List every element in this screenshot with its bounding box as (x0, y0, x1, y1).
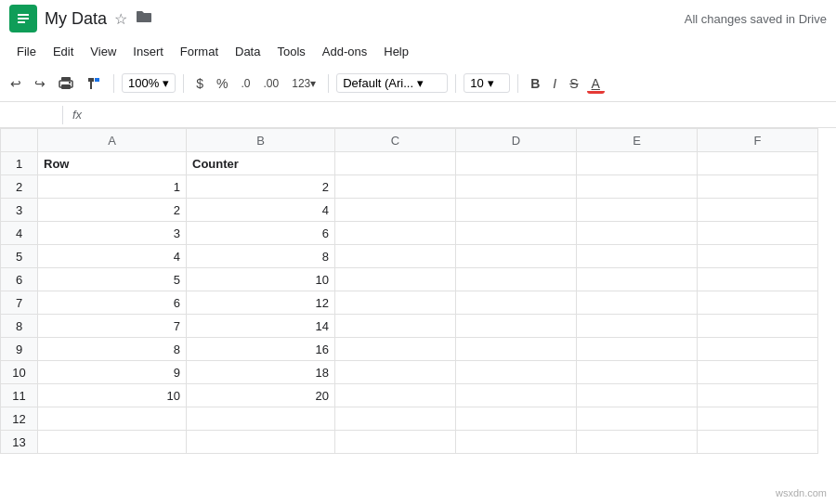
cell-f5[interactable] (698, 245, 818, 268)
cell-b1[interactable]: Counter (187, 152, 335, 175)
menu-insert[interactable]: Insert (125, 41, 171, 62)
cell-b6[interactable]: 10 (187, 268, 335, 291)
cell-e12[interactable] (577, 407, 698, 431)
decimal-decrease-button[interactable]: .0 (237, 73, 255, 94)
cell-e11[interactable] (577, 384, 698, 407)
currency-button[interactable]: $ (191, 72, 208, 95)
cell-b10[interactable]: 18 (187, 361, 335, 384)
cell-a10[interactable]: 9 (38, 361, 187, 384)
cell-f11[interactable] (698, 384, 818, 407)
folder-icon[interactable] (135, 9, 153, 28)
redo-button[interactable]: ↪ (30, 72, 50, 95)
more-formats-button[interactable]: 123▾ (287, 73, 320, 94)
underline-color-button[interactable]: A (587, 72, 605, 94)
cell-c5[interactable] (335, 245, 456, 268)
cell-d9[interactable] (456, 338, 577, 361)
star-icon[interactable]: ☆ (114, 10, 127, 28)
cell-c9[interactable] (335, 338, 456, 361)
cell-a6[interactable]: 5 (38, 268, 187, 291)
cell-d11[interactable] (456, 384, 577, 407)
cell-e5[interactable] (577, 245, 698, 268)
menu-format[interactable]: Format (173, 41, 226, 62)
cell-e13[interactable] (577, 431, 698, 454)
font-size-selector[interactable]: 10 ▾ (464, 73, 510, 93)
cell-b7[interactable]: 12 (187, 291, 335, 315)
cell-c2[interactable] (335, 175, 456, 199)
cell-b9[interactable]: 16 (187, 338, 335, 361)
cell-a7[interactable]: 6 (38, 291, 187, 315)
font-family-selector[interactable]: Default (Ari... ▾ (336, 73, 448, 93)
col-header-e[interactable]: E (577, 129, 698, 152)
menu-edit[interactable]: Edit (46, 41, 81, 62)
cell-b11[interactable]: 20 (187, 384, 335, 407)
cell-b4[interactable]: 6 (187, 222, 335, 245)
zoom-selector[interactable]: 100% ▾ (122, 73, 176, 93)
cell-c7[interactable] (335, 291, 456, 315)
cell-f9[interactable] (698, 338, 818, 361)
cell-f7[interactable] (698, 291, 818, 315)
cell-e6[interactable] (577, 268, 698, 291)
italic-button[interactable]: I (548, 72, 561, 95)
cell-c13[interactable] (335, 431, 456, 454)
col-header-a[interactable]: A (38, 129, 187, 152)
cell-d1[interactable] (456, 152, 577, 175)
cell-f10[interactable] (698, 361, 818, 384)
cell-c6[interactable] (335, 268, 456, 291)
cell-d13[interactable] (456, 431, 577, 454)
cell-d2[interactable] (456, 175, 577, 199)
cell-f13[interactable] (698, 431, 818, 454)
percent-button[interactable]: % (212, 72, 232, 95)
cell-d3[interactable] (456, 199, 577, 222)
cell-c3[interactable] (335, 199, 456, 222)
cell-c10[interactable] (335, 361, 456, 384)
cell-e1[interactable] (577, 152, 698, 175)
menu-data[interactable]: Data (228, 41, 268, 62)
cell-f12[interactable] (698, 407, 818, 431)
cell-e9[interactable] (577, 338, 698, 361)
cell-d5[interactable] (456, 245, 577, 268)
col-header-c[interactable]: C (335, 129, 456, 152)
cell-b2[interactable]: 2 (187, 175, 335, 199)
cell-f3[interactable] (698, 199, 818, 222)
decimal-increase-button[interactable]: .00 (259, 73, 284, 94)
cell-d12[interactable] (456, 407, 577, 431)
cell-e4[interactable] (577, 222, 698, 245)
cell-b12[interactable] (187, 407, 335, 431)
cell-d6[interactable] (456, 268, 577, 291)
cell-d8[interactable] (456, 315, 577, 338)
paint-format-button[interactable] (82, 72, 106, 95)
cell-a2[interactable]: 1 (38, 175, 187, 199)
menu-addons[interactable]: Add-ons (315, 41, 374, 62)
menu-file[interactable]: File (9, 41, 44, 62)
cell-f2[interactable] (698, 175, 818, 199)
print-button[interactable] (54, 72, 78, 95)
spreadsheet-container[interactable]: A B C D E F 1RowCounter21232443654865107… (0, 128, 836, 454)
cell-c12[interactable] (335, 407, 456, 431)
cell-e2[interactable] (577, 175, 698, 199)
cell-b13[interactable] (187, 431, 335, 454)
cell-d4[interactable] (456, 222, 577, 245)
menu-view[interactable]: View (83, 41, 124, 62)
cell-e10[interactable] (577, 361, 698, 384)
cell-b3[interactable]: 4 (187, 199, 335, 222)
cell-e7[interactable] (577, 291, 698, 315)
cell-d10[interactable] (456, 361, 577, 384)
cell-a12[interactable] (38, 407, 187, 431)
cell-b8[interactable]: 14 (187, 315, 335, 338)
cell-a8[interactable]: 7 (38, 315, 187, 338)
col-header-d[interactable]: D (456, 129, 577, 152)
cell-f4[interactable] (698, 222, 818, 245)
col-header-b[interactable]: B (187, 129, 335, 152)
cell-c8[interactable] (335, 315, 456, 338)
cell-e8[interactable] (577, 315, 698, 338)
cell-c4[interactable] (335, 222, 456, 245)
cell-a11[interactable]: 10 (38, 384, 187, 407)
cell-reference-input[interactable] (6, 108, 57, 122)
formula-input[interactable] (91, 108, 830, 122)
cell-a5[interactable]: 4 (38, 245, 187, 268)
bold-button[interactable]: B (526, 72, 544, 95)
cell-e3[interactable] (577, 199, 698, 222)
cell-a3[interactable]: 2 (38, 199, 187, 222)
cell-f1[interactable] (698, 152, 818, 175)
cell-a9[interactable]: 8 (38, 338, 187, 361)
